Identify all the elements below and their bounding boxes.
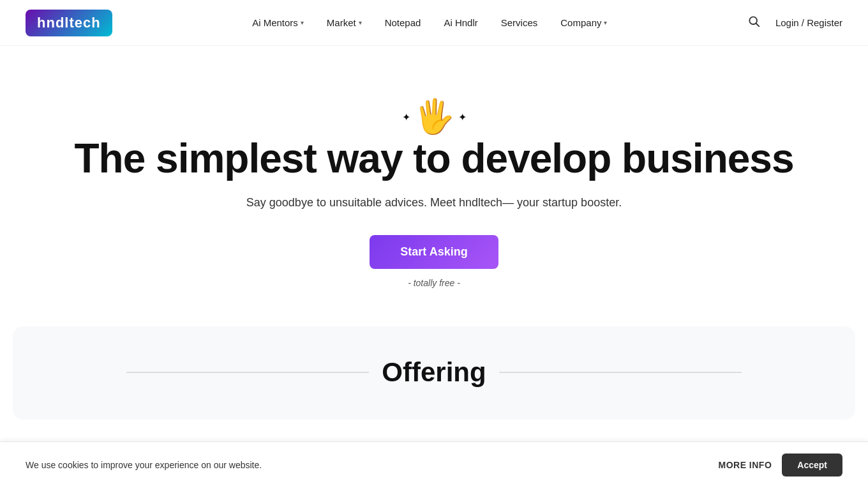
- header-right: Login / Register: [747, 15, 842, 31]
- hero-subtitle: Say goodbye to unsuitable advices. Meet …: [246, 196, 622, 210]
- cookie-actions: MORE INFO Accept: [718, 454, 842, 477]
- main-nav: Ai Mentors ▾ Market ▾ Notepad Ai Hndlr S…: [252, 17, 607, 28]
- offering-line-left: [126, 372, 369, 373]
- chevron-down-icon: ▾: [301, 19, 304, 26]
- logo-wrap: hndltech: [26, 10, 112, 36]
- hero-title: The simplest way to develop business: [75, 136, 794, 181]
- hero-icon: 🖐️: [414, 97, 455, 136]
- cookie-banner: We use cookies to improve your experienc…: [0, 441, 868, 488]
- free-label: - totally free -: [408, 278, 460, 288]
- chevron-down-icon: ▾: [359, 19, 362, 26]
- start-asking-button[interactable]: Start Asking: [370, 235, 498, 269]
- nav-ai-mentors[interactable]: Ai Mentors ▾: [252, 17, 304, 28]
- cookie-message: We use cookies to improve your experienc…: [26, 460, 262, 470]
- offering-section: Offering: [13, 326, 855, 420]
- offering-line-right: [499, 372, 742, 373]
- accept-button[interactable]: Accept: [782, 454, 842, 477]
- offering-title: Offering: [382, 357, 486, 388]
- chevron-down-icon: ▾: [604, 19, 607, 26]
- nav-market[interactable]: Market ▾: [327, 17, 362, 28]
- login-register-link[interactable]: Login / Register: [775, 17, 842, 28]
- more-info-button[interactable]: MORE INFO: [718, 460, 772, 470]
- nav-company[interactable]: Company ▾: [560, 17, 607, 28]
- offering-header: Offering: [51, 357, 817, 388]
- svg-line-1: [756, 24, 760, 27]
- nav-services[interactable]: Services: [501, 17, 538, 28]
- site-header: hndltech Ai Mentors ▾ Market ▾ Notepad A…: [0, 0, 868, 46]
- nav-ai-hndlr[interactable]: Ai Hndlr: [444, 17, 477, 28]
- search-icon[interactable]: [747, 15, 760, 31]
- hero-section: 🖐️ The simplest way to develop business …: [0, 46, 868, 420]
- site-logo[interactable]: hndltech: [26, 10, 112, 36]
- nav-notepad[interactable]: Notepad: [385, 17, 421, 28]
